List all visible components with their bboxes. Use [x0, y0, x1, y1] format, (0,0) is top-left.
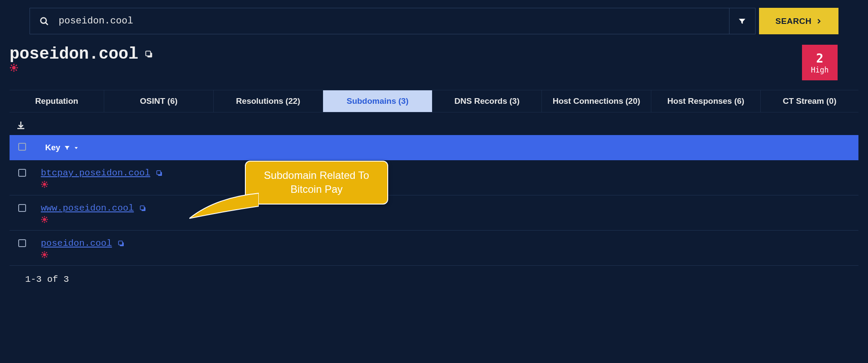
- annotation-text: Subdomain Related To Bitcoin Pay: [264, 169, 369, 195]
- tab-label: Subdomains (3): [347, 96, 409, 106]
- table-row: www.poseidon.cool: [10, 195, 858, 231]
- risk-label: High: [811, 66, 829, 74]
- download-row: [16, 120, 858, 131]
- tab-label: OSINT (6): [140, 96, 178, 106]
- search-icon: [40, 16, 49, 26]
- svg-line-11: [11, 69, 12, 71]
- svg-line-10: [16, 69, 17, 71]
- svg-line-44: [42, 256, 43, 257]
- subdomain-text: btcpay.poseidon.cool: [41, 168, 150, 178]
- search-button-label: SEARCH: [776, 16, 812, 26]
- subdomain-link[interactable]: www.poseidon.cool: [41, 203, 147, 213]
- table-header: Key: [10, 135, 858, 160]
- row-checkbox[interactable]: [18, 239, 26, 247]
- malware-icon: [41, 251, 125, 258]
- annotation-box: Subdomain Related To Bitcoin Pay: [245, 161, 388, 205]
- annotation-callout: Subdomain Related To Bitcoin Pay: [245, 161, 388, 205]
- tab-label: Reputation: [35, 96, 78, 106]
- search-input-container: [30, 8, 729, 34]
- tab-host-responses[interactable]: Host Responses (6): [651, 90, 761, 112]
- malware-icon: [41, 181, 163, 188]
- svg-rect-3: [146, 51, 151, 56]
- tabs: Reputation OSINT (6) Resolutions (22) Su…: [10, 90, 858, 112]
- column-key-label: Key: [45, 143, 60, 152]
- subdomain-text: www.poseidon.cool: [41, 203, 134, 213]
- svg-point-0: [41, 17, 46, 23]
- tab-osint[interactable]: OSINT (6): [104, 90, 214, 112]
- risk-badge: 2 High: [802, 45, 838, 80]
- table-row: poseidon.cool: [10, 231, 858, 266]
- svg-rect-14: [157, 171, 161, 175]
- subdomain-link[interactable]: btcpay.poseidon.cool: [41, 168, 163, 178]
- search-bar: SEARCH: [30, 8, 838, 34]
- callout-tail-icon: [189, 189, 259, 219]
- tab-label: DNS Records (3): [455, 96, 520, 106]
- svg-line-33: [42, 221, 43, 222]
- malware-icon: [10, 63, 18, 72]
- tab-resolutions[interactable]: Resolutions (22): [214, 90, 323, 112]
- tab-reputation[interactable]: Reputation: [10, 90, 104, 112]
- copy-icon[interactable]: [144, 50, 154, 59]
- key-cell: www.poseidon.cool: [41, 203, 147, 223]
- tab-host-connections[interactable]: Host Connections (20): [542, 90, 651, 112]
- svg-point-15: [43, 183, 46, 186]
- title-row: poseidon.cool 2 High: [10, 45, 858, 86]
- title-block: poseidon.cool: [10, 45, 154, 74]
- tab-label: Resolutions (22): [236, 96, 300, 106]
- svg-line-45: [46, 252, 47, 253]
- subdomain-text: poseidon.cool: [41, 238, 112, 248]
- column-key[interactable]: Key: [45, 143, 79, 152]
- row-checkbox[interactable]: [18, 204, 26, 212]
- tab-subdomains[interactable]: Subdomains (3): [323, 90, 432, 112]
- svg-line-32: [46, 221, 47, 222]
- copy-icon[interactable]: [155, 169, 163, 177]
- key-cell: poseidon.cool: [41, 238, 125, 258]
- svg-rect-36: [119, 241, 122, 245]
- copy-icon[interactable]: [139, 205, 147, 212]
- search-button[interactable]: SEARCH: [759, 8, 838, 34]
- tab-ct-stream[interactable]: CT Stream (0): [761, 90, 858, 112]
- svg-line-31: [42, 217, 43, 218]
- subdomain-table: Key btcpay.poseidon.cool: [10, 135, 858, 284]
- pager: 1-3 of 3: [25, 274, 843, 284]
- svg-rect-25: [140, 206, 144, 210]
- svg-point-4: [12, 66, 16, 69]
- select-all-checkbox[interactable]: [18, 143, 26, 151]
- svg-line-34: [46, 217, 47, 218]
- filter-icon: [64, 145, 70, 151]
- page-title: poseidon.cool: [10, 45, 154, 63]
- sort-icon: [74, 145, 79, 150]
- svg-line-1: [46, 22, 48, 25]
- svg-line-12: [16, 65, 17, 66]
- svg-line-20: [42, 182, 43, 183]
- svg-line-9: [11, 65, 12, 66]
- select-all-col: [18, 143, 41, 152]
- table-row: btcpay.poseidon.cool: [10, 160, 858, 195]
- svg-line-22: [42, 186, 43, 187]
- tab-label: CT Stream (0): [783, 96, 837, 106]
- filter-icon: [738, 17, 746, 26]
- svg-line-43: [46, 256, 47, 257]
- svg-line-42: [42, 252, 43, 253]
- row-checkbox[interactable]: [18, 169, 26, 177]
- subdomain-link[interactable]: poseidon.cool: [41, 238, 125, 248]
- malware-icon: [41, 216, 147, 223]
- svg-line-21: [46, 186, 47, 187]
- tab-dns-records[interactable]: DNS Records (3): [432, 90, 542, 112]
- risk-score: 2: [816, 51, 824, 66]
- chevron-right-icon: [816, 18, 822, 24]
- page-title-text: poseidon.cool: [10, 45, 138, 63]
- search-input[interactable]: [59, 16, 719, 26]
- tab-label: Host Responses (6): [667, 96, 744, 106]
- svg-point-26: [43, 218, 46, 221]
- copy-icon[interactable]: [117, 240, 125, 248]
- svg-point-37: [43, 253, 46, 256]
- filter-button[interactable]: [729, 8, 756, 34]
- key-cell: btcpay.poseidon.cool: [41, 168, 163, 188]
- tab-label: Host Connections (20): [553, 96, 640, 106]
- svg-line-23: [46, 182, 47, 183]
- download-icon[interactable]: [16, 120, 858, 131]
